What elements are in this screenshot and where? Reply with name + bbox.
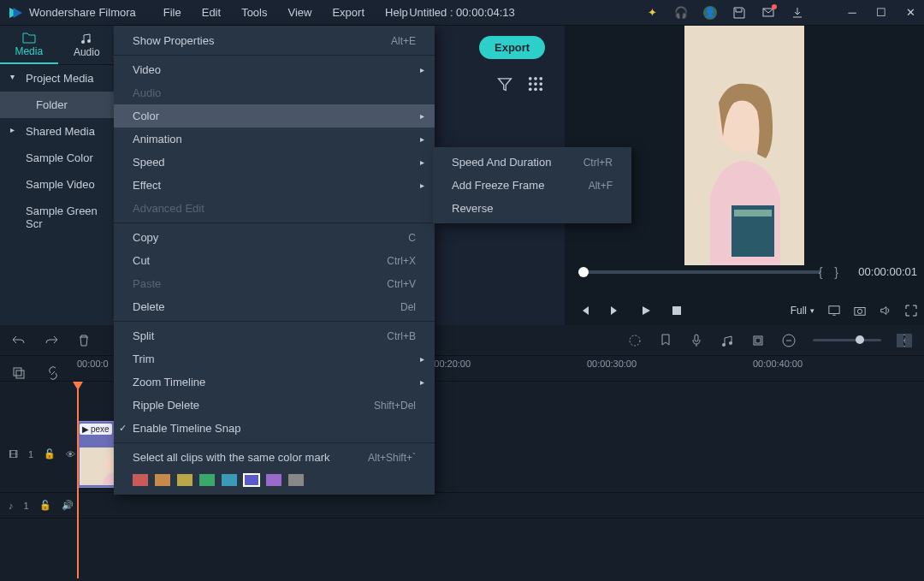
- ctx-speed[interactable]: Speed: [114, 151, 435, 174]
- crop-icon[interactable]: [751, 334, 765, 347]
- color-swatch-purple[interactable]: [266, 474, 281, 486]
- ctx-delete[interactable]: DeleteDel: [114, 295, 435, 318]
- ctx-video[interactable]: Video: [114, 58, 435, 81]
- ctx-ripple-delete[interactable]: Ripple DeleteShift+Del: [114, 394, 435, 417]
- submenu-reverse[interactable]: Reverse: [433, 197, 631, 220]
- zoom-out-icon[interactable]: [782, 334, 796, 347]
- svg-point-8: [529, 82, 532, 86]
- eye-icon[interactable]: 👁: [66, 449, 75, 459]
- ctx-effect[interactable]: Effect: [114, 174, 435, 197]
- submenu-speed-duration[interactable]: Speed And DurationCtrl+R: [433, 151, 631, 174]
- svg-point-10: [539, 82, 542, 86]
- menu-tools[interactable]: Tools: [231, 1, 277, 24]
- submenu-freeze-frame[interactable]: Add Freeze FrameAlt+F: [433, 174, 631, 197]
- ctx-animation[interactable]: Animation: [114, 127, 435, 151]
- account-icon[interactable]: 👤: [703, 6, 717, 20]
- ctx-timeline-snap[interactable]: Enable Timeline Snap: [114, 417, 435, 440]
- menu-file[interactable]: File: [153, 1, 192, 24]
- close-icon[interactable]: ✕: [903, 6, 917, 20]
- export-button[interactable]: Export: [479, 36, 545, 59]
- preview-video[interactable]: [684, 26, 804, 265]
- preview-right-controls: Full▾: [791, 305, 917, 317]
- sidebar-item-shared-media[interactable]: Shared Media: [0, 118, 116, 145]
- sidebar-item-sample-video[interactable]: Sample Video: [0, 171, 116, 198]
- mic-icon[interactable]: [690, 334, 703, 347]
- svg-point-21: [857, 309, 862, 313]
- clip-label: ▶pexe: [80, 424, 112, 435]
- sidebar-item-sample-color[interactable]: Sample Color: [0, 145, 116, 171]
- preview-timecode: 00:00:00:01: [858, 265, 917, 278]
- tab-audio[interactable]: Audio: [58, 26, 116, 64]
- zoom-thumb[interactable]: [856, 335, 864, 344]
- stop-icon[interactable]: [671, 305, 683, 317]
- lightbulb-icon[interactable]: ✦: [645, 6, 659, 20]
- redo-icon[interactable]: [44, 334, 58, 347]
- play-icon[interactable]: [640, 305, 652, 317]
- menu-bar: Wondershare Filmora File Edit Tools View…: [0, 0, 924, 26]
- prev-frame-icon[interactable]: [578, 305, 590, 317]
- sidebar-tabs: Media Audio: [0, 26, 116, 65]
- ctx-copy[interactable]: CopyC: [114, 226, 435, 249]
- scrub-thumb[interactable]: [578, 267, 589, 277]
- zoom-slider[interactable]: [813, 339, 881, 341]
- next-frame-icon[interactable]: [609, 305, 621, 317]
- minimize-icon[interactable]: ─: [845, 6, 859, 20]
- ctx-zoom-timeline[interactable]: Zoom Timeline: [114, 371, 435, 394]
- fullscreen-icon[interactable]: [905, 305, 917, 317]
- svg-point-13: [539, 87, 542, 91]
- snapshot-icon[interactable]: [854, 305, 866, 317]
- ctx-split[interactable]: SplitCtrl+B: [114, 324, 435, 347]
- in-out-brackets[interactable]: {}: [819, 265, 850, 279]
- color-swatch-red[interactable]: [133, 474, 148, 486]
- ctx-select-color-mark[interactable]: Select all clips with the same color mar…: [114, 446, 435, 469]
- svg-point-6: [534, 77, 537, 80]
- svg-rect-27: [755, 338, 761, 343]
- svg-point-25: [729, 341, 732, 345]
- menu-view[interactable]: View: [277, 1, 322, 24]
- color-swatch-yellow[interactable]: [177, 474, 192, 486]
- save-icon[interactable]: [732, 6, 746, 20]
- context-menu: Show PropertiesAlt+E Video Audio Color A…: [114, 26, 435, 495]
- speaker-icon[interactable]: 🔊: [62, 500, 74, 511]
- app-logo-icon: [7, 5, 22, 21]
- ctx-advanced-edit: Advanced Edit: [114, 197, 435, 220]
- undo-icon[interactable]: [12, 334, 26, 347]
- ctx-show-properties[interactable]: Show PropertiesAlt+E: [114, 29, 435, 52]
- sidebar-item-project-media[interactable]: Project Media: [0, 65, 116, 92]
- ctx-trim[interactable]: Trim: [114, 347, 435, 371]
- color-swatch-orange[interactable]: [155, 474, 170, 486]
- grid-icon[interactable]: [527, 75, 544, 92]
- quality-select[interactable]: Full▾: [791, 305, 814, 317]
- export-area: Export: [479, 36, 545, 59]
- sidebar-list: Project Media Folder Shared Media Sample…: [0, 65, 116, 237]
- ctx-color[interactable]: Color: [114, 104, 435, 127]
- audio-track-1[interactable]: ♪ 1 🔓 🔊: [0, 493, 924, 519]
- document-title: Untitled : 00:00:04:13: [409, 6, 515, 19]
- maximize-icon[interactable]: ☐: [874, 6, 888, 20]
- menu-export[interactable]: Export: [322, 1, 375, 24]
- message-icon[interactable]: [761, 6, 775, 20]
- render-icon[interactable]: [628, 334, 642, 347]
- display-icon[interactable]: [828, 305, 840, 317]
- audio-mixer-icon[interactable]: [720, 334, 734, 347]
- filter-icon[interactable]: [496, 75, 513, 92]
- lock-icon[interactable]: 🔓: [39, 500, 51, 511]
- color-swatch-blue[interactable]: [244, 474, 259, 486]
- lock-icon[interactable]: 🔓: [44, 448, 56, 459]
- menu-edit[interactable]: Edit: [192, 1, 231, 24]
- download-icon[interactable]: [791, 6, 804, 20]
- scrub-bar[interactable]: [578, 270, 821, 274]
- marker-icon[interactable]: [659, 334, 672, 347]
- headphones-icon[interactable]: 🎧: [674, 6, 688, 20]
- color-swatch-cyan[interactable]: [222, 474, 237, 486]
- sidebar-item-folder[interactable]: Folder: [0, 92, 116, 118]
- color-swatch-gray[interactable]: [288, 474, 304, 486]
- tab-media[interactable]: Media: [0, 26, 58, 64]
- sidebar-item-sample-green[interactable]: Sample Green Scr: [0, 198, 116, 237]
- ctx-cut[interactable]: CutCtrl+X: [114, 249, 435, 272]
- track-manage-icon[interactable]: [897, 334, 915, 347]
- color-swatch-green[interactable]: [199, 474, 215, 486]
- playhead[interactable]: [77, 382, 79, 578]
- volume-icon[interactable]: [880, 305, 891, 317]
- trash-icon[interactable]: [77, 334, 91, 347]
